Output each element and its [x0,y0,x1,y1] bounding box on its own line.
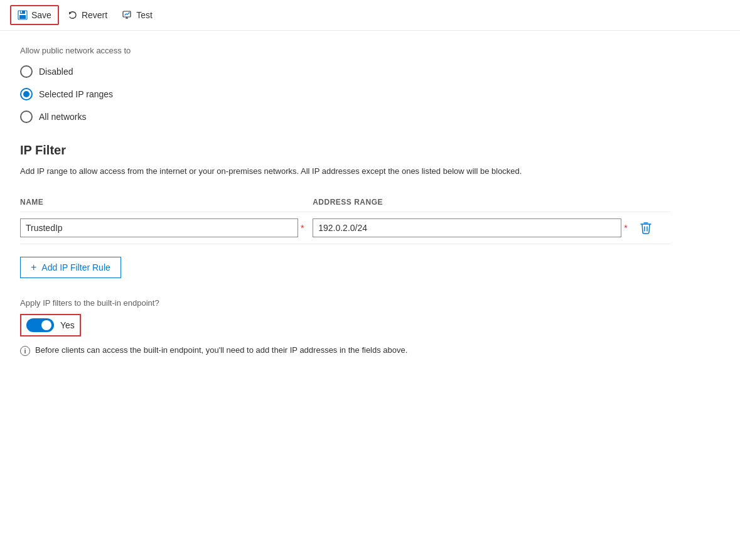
save-button[interactable]: Save [10,5,59,25]
toggle-track [26,318,54,332]
table-row: * * [20,212,670,244]
radio-all-networks-label: All networks [39,112,86,122]
name-required-star: * [301,223,304,233]
ip-filter-description: Add IP range to allow access from the in… [20,165,670,178]
network-access-radio-group: Disabled Selected IP ranges All networks [20,65,670,123]
delete-cell [638,212,670,244]
test-icon [122,10,132,20]
radio-selected-ip-label: Selected IP ranges [39,89,113,99]
radio-selected-ip[interactable]: Selected IP ranges [20,88,670,100]
network-access-label: Allow public network access to [20,46,670,55]
name-cell: * [20,212,313,244]
radio-selected-ip-inner [23,91,29,97]
test-label: Test [136,10,153,20]
network-access-section: Allow public network access to Disabled … [20,46,670,123]
built-in-endpoint-toggle[interactable] [26,318,54,332]
radio-selected-ip-outer [20,88,33,100]
info-icon: i [20,346,30,356]
col-address-header: ADDRESS RANGE [313,193,638,212]
address-required-star: * [624,223,627,233]
name-input[interactable] [20,218,298,237]
revert-label: Revert [82,10,107,20]
revert-icon [68,10,78,20]
address-input[interactable] [313,218,621,237]
radio-all-networks-outer [20,110,33,123]
col-name-header: NAME [20,193,313,212]
delete-icon [640,222,652,234]
add-rule-label: Add IP Filter Rule [41,262,110,272]
radio-all-networks[interactable]: All networks [20,110,670,123]
address-cell: * [313,212,638,244]
built-in-endpoint-note: i Before clients can access the built-in… [20,345,670,356]
test-button[interactable]: Test [116,6,159,24]
ip-filter-section: IP Filter Add IP range to allow access f… [20,143,670,278]
radio-disabled-label: Disabled [39,67,73,77]
toggle-container: Yes [20,314,81,337]
radio-disabled-outer [20,65,33,78]
main-content: Allow public network access to Disabled … [0,31,690,371]
info-icon-text: i [24,347,26,355]
ip-filter-table: NAME ADDRESS RANGE * [20,193,670,244]
col-actions-header [638,193,670,212]
address-input-wrap: * [313,218,638,237]
add-ip-filter-button[interactable]: + Add IP Filter Rule [20,257,121,278]
built-in-endpoint-label: Apply IP filters to the built-in endpoin… [20,298,670,308]
add-icon: + [31,262,36,272]
ip-filter-title: IP Filter [20,143,670,158]
radio-disabled[interactable]: Disabled [20,65,670,78]
svg-rect-2 [21,11,22,13]
svg-rect-3 [19,15,26,19]
name-input-wrap: * [20,218,313,237]
toggle-thumb [41,320,51,330]
built-in-endpoint-section: Apply IP filters to the built-in endpoin… [20,298,670,356]
toolbar: Save Revert Test [0,0,740,31]
revert-button[interactable]: Revert [62,6,114,24]
save-icon [18,10,28,20]
save-label: Save [31,10,51,20]
info-note-text: Before clients can access the built-in e… [35,345,407,355]
delete-row-button[interactable] [638,219,654,237]
toggle-value-label: Yes [60,320,75,330]
